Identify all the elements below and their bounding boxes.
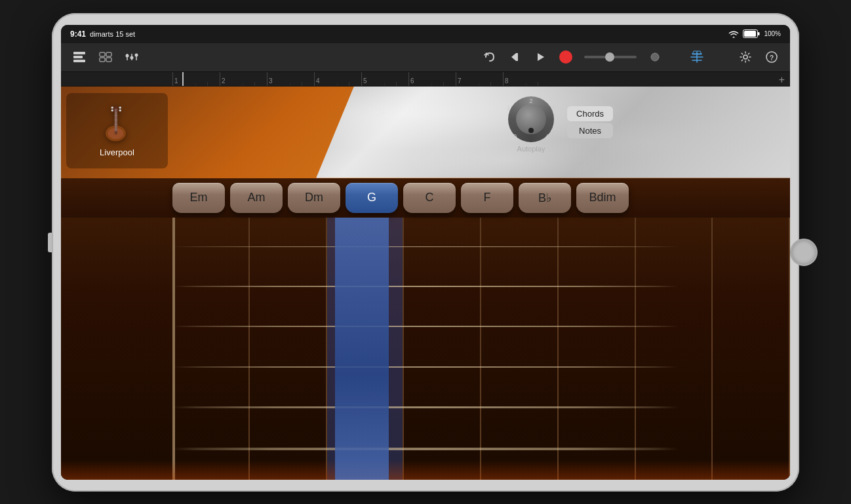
ruler-mark-3: 3 <box>267 72 314 86</box>
play-button[interactable] <box>529 47 553 68</box>
side-button[interactable] <box>48 233 52 252</box>
fret-col-1 <box>172 218 250 480</box>
track-name: Liverpool <box>100 147 134 157</box>
svg-point-30 <box>119 106 121 108</box>
volume-icon-btn[interactable] <box>643 47 667 68</box>
fret-columns <box>61 218 790 480</box>
svg-rect-2 <box>744 31 756 37</box>
svg-text:?: ? <box>770 54 774 62</box>
smart-icon <box>690 50 704 64</box>
status-left: 9:41 dimarts 15 set <box>70 29 135 39</box>
timeline-ruler: 1 2 3 4 5 6 7 8 + <box>61 72 790 87</box>
fret-col-2 <box>250 218 327 480</box>
bass-guitar-icon <box>101 104 134 144</box>
svg-rect-9 <box>106 58 111 62</box>
ruler-mark-6: 6 <box>408 72 456 86</box>
notes-toggle-button[interactable]: Notes <box>567 123 613 138</box>
svg-point-21 <box>743 55 747 59</box>
knob-label-2: 2 <box>529 98 532 104</box>
settings-button[interactable] <box>734 47 757 68</box>
svg-rect-3 <box>73 52 85 54</box>
svg-rect-7 <box>106 52 111 56</box>
volume-thumb <box>605 52 614 62</box>
svg-rect-8 <box>100 58 105 62</box>
fret-col-5 <box>481 218 559 480</box>
svg-rect-17 <box>516 53 518 61</box>
rewind-button[interactable] <box>504 47 528 68</box>
svg-point-28 <box>111 106 113 108</box>
bottom-accent <box>61 460 790 480</box>
ruler-mark-7: 7 <box>456 72 503 86</box>
svg-point-31 <box>119 109 121 111</box>
svg-marker-16 <box>511 53 516 61</box>
svg-rect-6 <box>100 52 105 56</box>
svg-marker-18 <box>538 53 544 61</box>
mixer-icon <box>125 51 138 63</box>
ruler-mark-5: 5 <box>361 72 408 86</box>
track-header[interactable]: Liverpool <box>66 93 168 168</box>
tracks-button[interactable] <box>68 47 91 68</box>
ruler-marks: 1 2 3 4 5 6 7 8 <box>172 72 550 86</box>
settings-icon <box>740 51 751 63</box>
knob-dot <box>528 128 534 133</box>
chord-btn-dm[interactable]: Dm <box>288 183 340 213</box>
mixer-button[interactable] <box>120 47 144 68</box>
help-button[interactable]: ? <box>760 47 783 68</box>
battery-icon <box>743 29 760 38</box>
knob-label-4: 4 <box>545 133 549 140</box>
fret-col-6 <box>559 218 636 480</box>
autoplay-knob[interactable]: 0 1 2 3 4 <box>508 96 554 142</box>
svg-point-11 <box>126 54 129 58</box>
toolbar: ? <box>61 43 790 72</box>
knob-label-3: 3 <box>552 104 555 111</box>
smart-strings-button[interactable] <box>685 47 709 68</box>
home-button[interactable] <box>790 239 818 266</box>
ipad-frame: 9:41 dimarts 15 set 100% <box>52 13 799 492</box>
autoplay-area: 0 1 2 3 4 Autoplay <box>508 96 554 153</box>
knob-label-1: 1 <box>507 104 510 111</box>
svg-point-19 <box>651 53 659 61</box>
track-area: Liverpool 0 1 2 3 4 <box>61 87 790 178</box>
rewind-icon <box>510 52 522 62</box>
wifi-icon <box>728 30 739 38</box>
chord-btn-c[interactable]: C <box>403 183 456 213</box>
ipad-screen: 9:41 dimarts 15 set 100% <box>61 25 790 480</box>
view-button[interactable] <box>94 47 117 68</box>
chords-toggle-button[interactable]: Chords <box>567 106 613 121</box>
volume-icon <box>649 52 661 62</box>
chord-btn-bdim[interactable]: Bdim <box>576 183 629 213</box>
volume-slider[interactable] <box>584 56 637 58</box>
autoplay-label: Autoplay <box>517 145 545 153</box>
chord-btn-g[interactable]: G <box>346 183 398 213</box>
tracks-icon <box>73 51 86 63</box>
battery-pct: 100% <box>764 30 781 37</box>
svg-rect-1 <box>758 32 760 35</box>
transport-group <box>504 47 578 68</box>
ruler-mark-2: 2 <box>220 72 267 86</box>
play-icon <box>535 52 547 62</box>
record-dot <box>559 50 572 64</box>
record-button[interactable] <box>554 47 578 68</box>
knob-label-0: 0 <box>513 133 517 140</box>
ruler-mark-8: 8 <box>503 72 550 86</box>
chord-btn-am[interactable]: Am <box>230 183 283 213</box>
svg-point-15 <box>135 54 138 57</box>
svg-point-13 <box>130 56 134 60</box>
svg-rect-4 <box>73 56 83 58</box>
chord-btn-em[interactable]: Em <box>172 183 225 213</box>
main-content: Liverpool 0 1 2 3 4 <box>61 87 790 480</box>
add-track-button[interactable]: + <box>779 74 785 86</box>
status-date: dimarts 15 set <box>90 30 135 38</box>
active-chord-bar <box>335 218 389 480</box>
chord-notes-toggle: Chords Notes <box>567 106 613 138</box>
chord-strip: Em Am Dm G C F B♭ Bdim <box>61 178 790 218</box>
fret-col-4 <box>404 218 481 480</box>
status-right: 100% <box>728 29 781 38</box>
undo-button[interactable] <box>478 47 502 68</box>
status-bar: 9:41 dimarts 15 set 100% <box>61 25 790 43</box>
knob-inner <box>516 104 546 134</box>
chord-btn-bb[interactable]: B♭ <box>519 183 571 213</box>
fretboard[interactable] <box>61 218 790 480</box>
chord-btn-f[interactable]: F <box>461 183 513 213</box>
status-time: 9:41 <box>70 29 86 39</box>
